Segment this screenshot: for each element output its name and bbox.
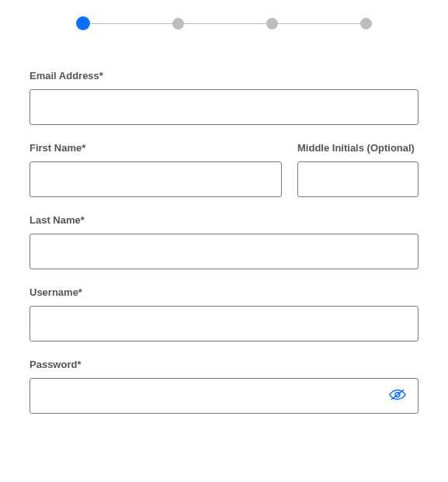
last-name-input[interactable] <box>30 234 418 269</box>
middle-initials-input[interactable] <box>297 161 418 197</box>
toggle-password-visibility-button[interactable] <box>386 386 409 407</box>
first-name-label: First Name* <box>30 142 282 154</box>
email-input[interactable] <box>30 89 418 125</box>
email-label: Email Address* <box>30 70 418 81</box>
middle-initials-group: Middle Initials (Optional) <box>297 142 418 197</box>
middle-initials-label: Middle Initials (Optional) <box>297 142 418 154</box>
first-name-group: First Name* <box>30 142 282 197</box>
password-input[interactable] <box>30 378 418 414</box>
step-2-dot <box>172 18 184 29</box>
username-input[interactable] <box>30 306 418 342</box>
password-group: Password* <box>30 359 418 414</box>
last-name-label: Last Name* <box>30 214 418 226</box>
password-label: Password* <box>30 359 418 370</box>
stepper-line <box>82 23 366 24</box>
step-4-dot <box>360 18 372 29</box>
eye-icon <box>389 389 406 404</box>
first-name-input[interactable] <box>30 161 282 197</box>
last-name-group: Last Name* <box>30 214 418 269</box>
username-group: Username* <box>30 286 418 342</box>
step-1-dot <box>76 16 90 30</box>
email-group: Email Address* <box>30 70 418 125</box>
progress-stepper <box>76 16 372 31</box>
step-3-dot <box>266 18 278 29</box>
username-label: Username* <box>30 286 418 298</box>
